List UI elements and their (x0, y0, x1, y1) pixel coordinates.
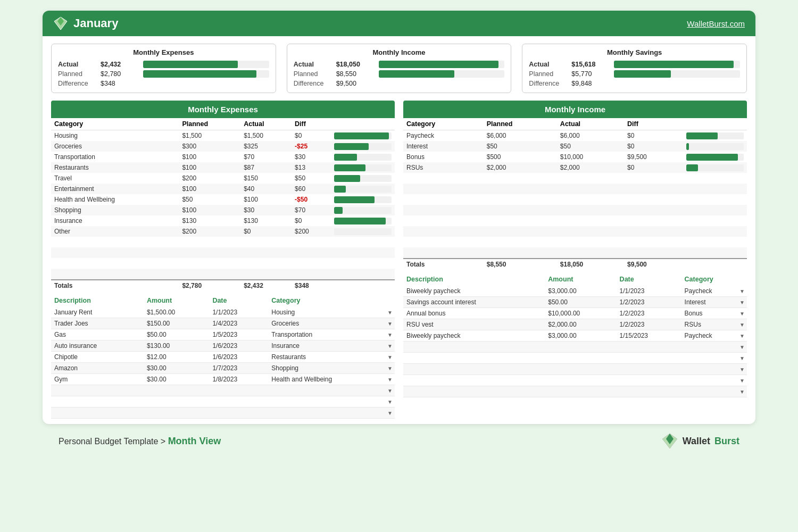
income-actual-row: Actual $18,050 (294, 60, 505, 69)
exp-trans-category-0[interactable]: Housing▼ (268, 307, 395, 318)
inc-trans-category-4[interactable]: Paycheck▼ (681, 330, 747, 342)
diamond-icon (53, 16, 68, 31)
exp-trans-category-1[interactable]: Groceries▼ (268, 318, 395, 329)
dropdown-arrow-icon[interactable]: ▼ (387, 310, 393, 315)
dropdown-arrow-icon[interactable]: ▼ (739, 389, 745, 395)
inc-trans-category-3[interactable]: RSUs▼ (681, 319, 747, 330)
dropdown-arrow-icon[interactable]: ▼ (739, 322, 745, 328)
income-empty-row (403, 184, 747, 194)
exp-trans-category-6[interactable]: Health and Wellbeing▼ (268, 374, 395, 385)
dropdown-arrow-icon[interactable]: ▼ (387, 365, 393, 371)
dropdown-arrow-icon[interactable]: ▼ (387, 410, 393, 416)
exp-category-2: Transportation (51, 152, 179, 162)
expenses-diff-row: Difference $348 (58, 79, 269, 88)
exp-trans-desc-4: Chipotle (51, 352, 144, 363)
income-table: Category Planned Actual Diff Paycheck $6… (403, 118, 747, 270)
expenses-trans-col-category: Category (268, 294, 395, 307)
exp-actual-9: $0 (240, 226, 292, 237)
expenses-table-row: Restaurants $100 $87 $13 (51, 162, 395, 173)
header-website[interactable]: WalletBurst.com (687, 19, 745, 28)
expenses-totals-actual: $2,432 (240, 280, 292, 291)
exp-trans-desc-2: Gas (51, 329, 144, 340)
exp-bar-2 (331, 152, 395, 162)
dropdown-arrow-icon[interactable]: ▼ (387, 399, 393, 405)
income-empty-row (403, 205, 747, 215)
exp-trans-category-4[interactable]: Restaurants▼ (268, 352, 395, 363)
inc-trans-amount-3: $2,000.00 (545, 319, 616, 330)
exp-category-0: Housing (51, 130, 179, 142)
exp-trans-amount-5: $30.00 (144, 363, 210, 374)
dropdown-arrow-icon[interactable]: ▼ (387, 377, 393, 383)
exp-actual-2: $70 (240, 152, 292, 162)
exp-diff-7: $70 (292, 205, 331, 215)
income-table-row: RSUs $2,000 $2,000 $0 (403, 162, 747, 173)
exp-bar-7 (331, 205, 395, 215)
dropdown-arrow-icon[interactable]: ▼ (739, 288, 745, 294)
income-trans-empty-row: ▼ (403, 364, 747, 375)
dropdown-arrow-icon[interactable]: ▼ (739, 378, 745, 384)
expenses-actual-value: $2,432 (101, 61, 138, 68)
expenses-trans-row: Gym $30.00 1/8/2023 Health and Wellbeing… (51, 374, 395, 385)
exp-bar-3 (331, 162, 395, 173)
footer-breadcrumb-base: Personal Budget Template > (59, 437, 168, 446)
exp-trans-category-5[interactable]: Shopping▼ (268, 363, 395, 374)
expenses-col-planned: Planned (179, 118, 240, 130)
inc-trans-desc-1: Savings account interest (403, 297, 545, 308)
summary-income-title: Monthly Income (294, 48, 505, 56)
dropdown-arrow-icon[interactable]: ▼ (387, 321, 393, 327)
dropdown-arrow-icon[interactable]: ▼ (739, 311, 745, 317)
inc-planned-0: $6,000 (484, 130, 557, 142)
exp-category-8: Insurance (51, 215, 179, 226)
dropdown-arrow-icon[interactable]: ▼ (739, 344, 745, 350)
income-trans-col-desc: Description (403, 273, 545, 286)
expenses-totals-diff: $348 (292, 280, 331, 291)
dropdown-arrow-icon[interactable]: ▼ (387, 354, 393, 360)
expenses-totals-label: Totals (51, 280, 179, 291)
dropdown-arrow-icon[interactable]: ▼ (387, 332, 393, 338)
expenses-trans-empty-row: ▼ (51, 408, 395, 419)
inc-trans-category-0[interactable]: Paycheck▼ (681, 286, 747, 297)
dropdown-arrow-icon[interactable]: ▼ (387, 343, 393, 349)
dropdown-arrow-icon[interactable]: ▼ (739, 333, 745, 339)
inc-planned-3: $2,000 (484, 162, 557, 173)
inc-trans-category-2[interactable]: Bonus▼ (681, 308, 747, 319)
expenses-col-bar (331, 118, 395, 130)
header-left: January (53, 16, 118, 31)
income-actual-bar-fill (379, 61, 498, 68)
income-trans-table: Description Amount Date Category Biweekl… (403, 273, 747, 397)
income-col-bar (683, 118, 747, 130)
expenses-trans-row: January Rent $1,500.00 1/1/2023 Housing▼ (51, 307, 395, 318)
dropdown-arrow-icon[interactable]: ▼ (739, 367, 745, 372)
inc-trans-amount-4: $3,000.00 (545, 330, 616, 342)
inc-actual-1: $50 (557, 141, 624, 152)
income-totals-planned: $8,550 (484, 259, 557, 270)
inc-planned-2: $500 (484, 152, 557, 162)
expenses-table-row: Health and Wellbeing $50 $100 -$50 (51, 194, 395, 205)
inc-trans-category-1[interactable]: Interest▼ (681, 297, 747, 308)
exp-trans-amount-2: $50.00 (144, 329, 210, 340)
exp-trans-date-0: 1/1/2023 (209, 307, 268, 318)
income-actual-bar (379, 61, 505, 68)
inc-category-0: Paycheck (403, 130, 484, 142)
expenses-planned-bar (143, 70, 269, 78)
income-trans-row: RSU vest $2,000.00 1/2/2023 RSUs▼ (403, 319, 747, 330)
expenses-trans-empty-row: ▼ (51, 396, 395, 408)
exp-trans-category-3[interactable]: Insurance▼ (268, 340, 395, 352)
summary-savings-title: Monthly Savings (529, 48, 740, 56)
exp-diff-6: -$50 (292, 194, 331, 205)
exp-trans-desc-1: Trader Joes (51, 318, 144, 329)
inc-trans-date-2: 1/2/2023 (617, 308, 681, 319)
exp-actual-6: $100 (240, 194, 292, 205)
income-col-headers: Category Planned Actual Diff (403, 118, 747, 130)
income-totals-actual: $18,050 (557, 259, 624, 270)
income-planned-bar-fill (379, 70, 454, 78)
dropdown-arrow-icon[interactable]: ▼ (739, 300, 745, 305)
exp-trans-category-2[interactable]: Transportation▼ (268, 329, 395, 340)
dropdown-arrow-icon[interactable]: ▼ (739, 355, 745, 361)
dropdown-arrow-icon[interactable]: ▼ (387, 388, 393, 394)
expenses-trans-tbody: January Rent $1,500.00 1/1/2023 Housing▼… (51, 307, 395, 419)
expenses-trans-col-desc: Description (51, 294, 144, 307)
income-trans-row: Biweekly paycheck $3,000.00 1/1/2023 Pay… (403, 286, 747, 297)
expenses-table-row: Housing $1,500 $1,500 $0 (51, 130, 395, 142)
income-trans-col-date: Date (617, 273, 681, 286)
